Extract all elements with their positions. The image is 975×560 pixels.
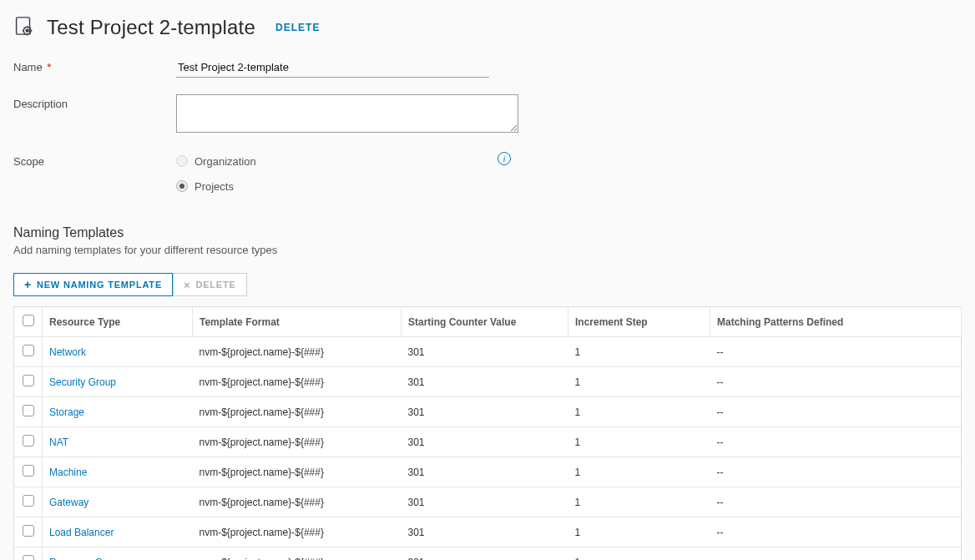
- scope-label: Scope: [13, 152, 176, 168]
- table-row: Load Balancernvm-${project.name}-${###}3…: [14, 517, 962, 547]
- description-label: Description: [13, 94, 176, 110]
- scope-radio-organization[interactable]: Organization: [176, 152, 523, 170]
- col-starting-counter[interactable]: Starting Counter Value: [402, 307, 568, 337]
- matching-patterns-cell: --: [710, 337, 962, 367]
- page-title: Test Project 2-template: [47, 16, 255, 39]
- form-row-scope: Scope i Organization Projects: [13, 152, 962, 202]
- table-row: NATnvm-${project.name}-${###}3011--: [14, 427, 962, 457]
- resource-type-link[interactable]: Load Balancer: [43, 517, 193, 547]
- matching-patterns-cell: --: [710, 367, 962, 397]
- description-textarea[interactable]: [176, 94, 518, 133]
- info-icon[interactable]: i: [498, 152, 511, 165]
- matching-patterns-cell: --: [710, 397, 962, 427]
- row-checkbox[interactable]: [23, 465, 34, 477]
- resource-type-link[interactable]: Security Group: [43, 367, 193, 397]
- row-checkbox[interactable]: [23, 345, 34, 356]
- starting-counter-cell: 301: [402, 367, 568, 397]
- name-input[interactable]: [176, 58, 489, 78]
- resource-type-link[interactable]: Resource Group: [43, 547, 193, 561]
- template-gear-icon: [13, 15, 35, 39]
- matching-patterns-cell: --: [710, 457, 962, 487]
- table-toolbar: + NEW NAMING TEMPLATE × DELETE: [13, 273, 962, 296]
- resource-type-link[interactable]: NAT: [43, 427, 193, 457]
- template-format-cell: nvm-${project.name}-${###}: [193, 547, 402, 561]
- starting-counter-cell: 301: [402, 427, 568, 457]
- matching-patterns-cell: --: [710, 517, 962, 547]
- row-checkbox[interactable]: [23, 405, 34, 416]
- required-marker: *: [47, 61, 51, 73]
- row-checkbox[interactable]: [23, 435, 34, 446]
- table-row: Resource Groupnvm-${project.name}-${###}…: [14, 547, 962, 561]
- col-template-format[interactable]: Template Format: [193, 307, 402, 337]
- table-row: Machinenvm-${project.name}-${###}3011--: [14, 457, 962, 487]
- resource-type-link[interactable]: Network: [43, 337, 193, 367]
- form-row-description: Description: [13, 94, 962, 135]
- starting-counter-cell: 301: [402, 487, 568, 517]
- matching-patterns-cell: --: [710, 427, 962, 457]
- increment-step-cell: 1: [568, 427, 710, 457]
- page-header: Test Project 2-template DELETE: [13, 15, 962, 39]
- toolbar-delete-label: DELETE: [195, 280, 235, 290]
- name-label: Name *: [13, 58, 176, 73]
- starting-counter-cell: 301: [402, 457, 568, 487]
- radio-icon: [176, 180, 188, 192]
- row-checkbox[interactable]: [23, 555, 34, 560]
- svg-line-9: [24, 33, 25, 34]
- svg-line-8: [30, 33, 31, 34]
- name-field-area: [176, 58, 523, 78]
- form-row-name: Name *: [13, 58, 962, 78]
- template-format-cell: nvm-${project.name}-${###}: [193, 367, 402, 397]
- new-naming-template-label: NEW NAMING TEMPLATE: [37, 280, 162, 290]
- increment-step-cell: 1: [568, 367, 710, 397]
- template-format-cell: nvm-${project.name}-${###}: [193, 457, 402, 487]
- name-label-text: Name: [13, 61, 43, 73]
- new-naming-template-button[interactable]: + NEW NAMING TEMPLATE: [13, 273, 173, 296]
- row-checkbox[interactable]: [23, 375, 34, 386]
- increment-step-cell: 1: [568, 337, 710, 367]
- select-all-checkbox[interactable]: [23, 315, 34, 326]
- toolbar-delete-button[interactable]: × DELETE: [173, 273, 247, 296]
- increment-step-cell: 1: [568, 487, 710, 517]
- table-row: Security Groupnvm-${project.name}-${###}…: [14, 367, 962, 397]
- svg-point-2: [26, 29, 28, 32]
- starting-counter-cell: 301: [402, 337, 568, 367]
- radio-label-projects: Projects: [194, 180, 234, 193]
- table-header-row: Resource Type Template Format Starting C…: [14, 307, 962, 337]
- close-icon: ×: [184, 280, 190, 290]
- scope-field-area: i Organization Projects: [176, 152, 523, 202]
- section-title: Naming Templates: [13, 225, 962, 240]
- template-format-cell: nvm-${project.name}-${###}: [193, 337, 402, 367]
- table-row: Networknvm-${project.name}-${###}3011--: [14, 337, 962, 367]
- resource-type-link[interactable]: Storage: [43, 397, 193, 427]
- col-matching-patterns[interactable]: Matching Patterns Defined: [710, 307, 962, 337]
- resource-type-link[interactable]: Gateway: [43, 487, 193, 517]
- col-increment-step[interactable]: Increment Step: [568, 307, 710, 337]
- col-resource-type[interactable]: Resource Type: [43, 307, 193, 337]
- naming-templates-table: Resource Type Template Format Starting C…: [13, 306, 962, 560]
- template-format-cell: nvm-${project.name}-${###}: [193, 397, 402, 427]
- increment-step-cell: 1: [568, 547, 710, 561]
- matching-patterns-cell: --: [710, 487, 962, 517]
- scope-radio-projects[interactable]: Projects: [176, 177, 523, 195]
- starting-counter-cell: 301: [402, 547, 568, 561]
- template-format-cell: nvm-${project.name}-${###}: [193, 517, 402, 547]
- plus-icon: +: [24, 279, 32, 290]
- section-desc: Add naming templates for your different …: [13, 244, 962, 256]
- starting-counter-cell: 301: [402, 517, 568, 547]
- svg-line-7: [24, 28, 25, 28]
- increment-step-cell: 1: [568, 457, 710, 487]
- radio-label-organization: Organization: [194, 155, 256, 168]
- row-checkbox[interactable]: [23, 495, 34, 507]
- matching-patterns-cell: --: [710, 547, 962, 561]
- row-checkbox[interactable]: [23, 525, 34, 537]
- increment-step-cell: 1: [568, 517, 710, 547]
- delete-button[interactable]: DELETE: [275, 22, 320, 33]
- starting-counter-cell: 301: [402, 397, 568, 427]
- table-row: Gatewaynvm-${project.name}-${###}3011--: [14, 487, 962, 517]
- svg-line-10: [30, 28, 31, 28]
- template-format-cell: nvm-${project.name}-${###}: [193, 427, 402, 457]
- table-row: Storagenvm-${project.name}-${###}3011--: [14, 397, 962, 427]
- radio-icon: [176, 155, 188, 167]
- template-format-cell: nvm-${project.name}-${###}: [193, 487, 402, 517]
- resource-type-link[interactable]: Machine: [43, 457, 193, 487]
